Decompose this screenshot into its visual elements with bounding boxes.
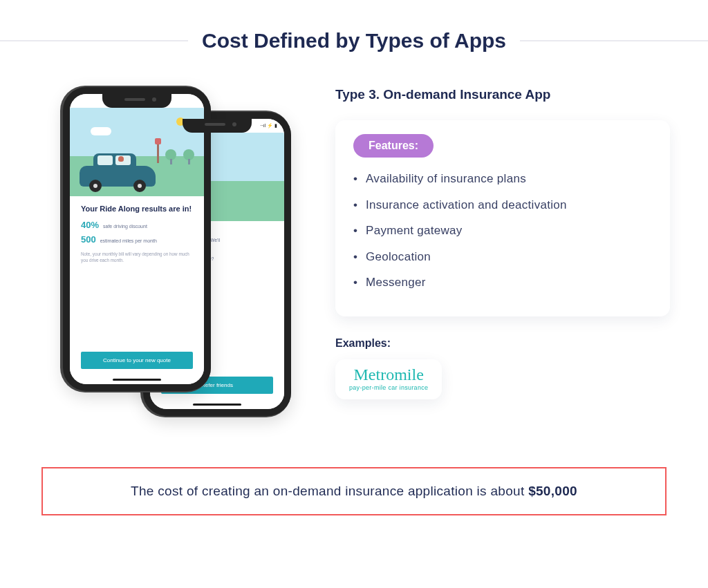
phone-notch bbox=[183, 117, 252, 133]
phones-mockup: ··ıl ⚡ ▮ e have finish bbox=[38, 87, 301, 439]
home-indicator bbox=[113, 379, 161, 381]
mailbox-icon bbox=[157, 142, 159, 163]
status-icons: ··ıl ⚡ ▮ bbox=[261, 123, 277, 129]
cost-text: The cost of creating an on-demand insura… bbox=[131, 484, 528, 498]
car-icon bbox=[80, 166, 156, 187]
home-indicator bbox=[193, 404, 241, 406]
cloud-icon bbox=[91, 127, 111, 135]
cost-value: $50,000 bbox=[528, 484, 577, 498]
features-label: Features: bbox=[353, 134, 434, 158]
type-heading: Type 3. On-demand Insurance App bbox=[335, 87, 670, 102]
cost-callout: The cost of creating an on-demand insura… bbox=[41, 467, 667, 515]
feature-item: Insurance activation and deactivation bbox=[366, 196, 652, 214]
example-tagline: pay-per-mile car insurance bbox=[349, 384, 428, 391]
details-column: Type 3. On-demand Insurance App Features… bbox=[335, 87, 670, 399]
example-card-metromile: Metromile pay-per-mile car insurance bbox=[335, 359, 442, 399]
feature-item: Geolocation bbox=[366, 248, 652, 266]
phone-notch bbox=[102, 93, 171, 108]
feature-item: Availability of insurance plans bbox=[366, 170, 652, 188]
features-list: Availability of insurance plans Insuranc… bbox=[353, 170, 652, 292]
feature-item: Messenger bbox=[366, 274, 652, 292]
phone-front: Your Ride Along results are in! 40% safe… bbox=[63, 87, 211, 391]
example-logo-text: Metromile bbox=[354, 366, 424, 383]
content-row: ··ıl ⚡ ▮ e have finish bbox=[0, 87, 708, 439]
divider-left bbox=[0, 40, 188, 41]
continue-quote-button[interactable]: Continue to your new quote bbox=[81, 352, 193, 369]
title-row: Cost Defined by Types of Apps bbox=[0, 29, 708, 53]
metric-miles: 500 estimated miles per month bbox=[81, 234, 193, 245]
features-card: Features: Availability of insurance plan… bbox=[335, 120, 670, 316]
page-title: Cost Defined by Types of Apps bbox=[202, 29, 506, 53]
examples-label: Examples: bbox=[335, 337, 670, 350]
phone-front-note: Note, your monthly bill will vary depend… bbox=[81, 252, 193, 264]
phone-front-heading: Your Ride Along results are in! bbox=[81, 205, 193, 213]
feature-item: Payment gateway bbox=[366, 222, 652, 240]
metric-discount: 40% safe driving discount bbox=[81, 220, 193, 230]
divider-right bbox=[520, 40, 708, 41]
